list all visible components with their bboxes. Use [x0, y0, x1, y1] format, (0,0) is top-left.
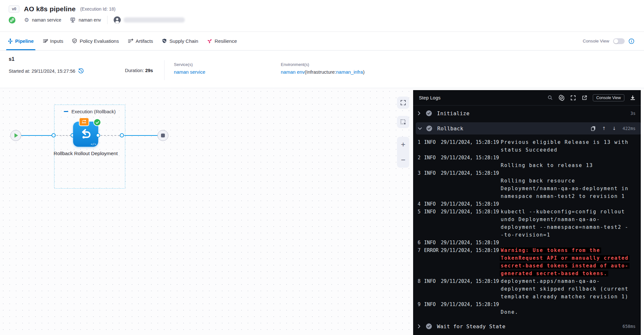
stage-summary-bar: s1 Started at: 29/11/2024, 15:27:56 Dura… — [0, 51, 644, 88]
log-message-line: deployment --namespace=naman-test2 - — [501, 223, 644, 231]
rollback-step-node[interactable]: </> — [73, 122, 98, 147]
step-node-label: Rollback Rollout Deployment — [50, 150, 121, 157]
console-view-label: Console View — [583, 39, 609, 43]
log-entry: 8INFO29/11/2024, 15:28:19deployment.apps… — [413, 277, 644, 301]
header-env-name[interactable]: naman env — [79, 17, 101, 23]
policy-shield-icon — [72, 38, 77, 44]
step-success-badge — [426, 323, 432, 329]
log-message-line — [501, 154, 644, 162]
copy-logs-icon[interactable] — [591, 126, 596, 131]
infrastructure-link[interactable]: naman_infra — [336, 69, 363, 75]
tab-label: Supply Chain — [169, 38, 198, 44]
console-view-toggle[interactable] — [613, 38, 625, 44]
environment-icon — [70, 17, 76, 23]
chevron-right-icon — [418, 324, 423, 329]
page-header: v0 AO k8s pipeline (Execution Id: 18) ⚙ … — [0, 0, 644, 32]
service-link[interactable]: naman service — [174, 69, 205, 75]
info-icon[interactable] — [629, 38, 634, 44]
log-message-line: deployment skipped rollback (current — [501, 285, 644, 293]
version-badge: v0 — [9, 5, 19, 13]
connector-dot — [96, 133, 100, 137]
log-message-line: kubectl --kubeconfig=config rollout — [501, 208, 644, 216]
log-message-line — [501, 239, 644, 247]
marquee-select-button[interactable] — [397, 116, 409, 128]
tab-inputs[interactable]: Inputs — [43, 32, 63, 50]
fit-to-screen-button[interactable] — [397, 97, 409, 109]
header-service-name[interactable]: naman service — [32, 17, 61, 23]
pipeline-end-node — [157, 130, 168, 141]
log-message-line — [501, 301, 644, 308]
fullscreen-icon[interactable] — [570, 95, 576, 101]
log-message-line — [501, 200, 644, 208]
step-name: Initialize — [437, 110, 469, 116]
stage-name: s1 — [9, 56, 14, 62]
tab-policy-evaluations[interactable]: Policy Evaluations — [72, 32, 119, 50]
marquee-icon — [400, 119, 406, 125]
edge-dashed-left — [56, 135, 71, 136]
open-in-new-icon[interactable] — [582, 95, 587, 101]
tab-supply-chain[interactable]: Supply Chain — [162, 32, 198, 50]
execution-main: Execution (Rollback) </> — [0, 88, 644, 335]
log-message-line: secret-based tokens instead of auto- — [501, 262, 644, 270]
log-message-line: undo Deployment/naman-qa-ao- — [501, 216, 644, 223]
environment-link[interactable]: naman env — [281, 69, 305, 75]
log-message-line: Rolling back resource — [501, 177, 644, 185]
log-message-line: template already matches revision 1) — [501, 293, 644, 301]
edge-end — [124, 135, 157, 136]
log-message-line: -to-revision=1 — [501, 231, 644, 239]
tab-pipeline[interactable]: Pipeline — [8, 32, 34, 50]
execution-history-icon[interactable] — [78, 68, 84, 74]
step-success-badge — [426, 126, 432, 131]
log-step-wait-steady-state[interactable]: Wait for Steady State 658ms — [413, 319, 644, 334]
tab-label: Pipeline — [15, 38, 34, 44]
supply-chain-shield-icon — [162, 38, 167, 44]
play-icon — [14, 133, 18, 138]
execution-tabbar: Pipeline Inputs Policy Evaluations — [0, 32, 644, 51]
log-message-line: Done. — [501, 308, 644, 316]
infra-prefix: (Infrastructure: — [305, 69, 336, 75]
log-message-line: generated secret-based tokens. — [501, 270, 644, 277]
scroll-down-icon[interactable]: ↓ — [612, 126, 616, 131]
zoom-out-button[interactable]: − — [401, 156, 405, 164]
redacted-text — [124, 17, 185, 23]
tab-label: Inputs — [50, 38, 63, 44]
step-duration: 658ms — [622, 324, 636, 329]
log-entry: 5INFO29/11/2024, 15:28:19kubectl --kubec… — [413, 208, 644, 239]
code-glyph: </> — [91, 142, 96, 146]
log-step-initialize[interactable]: Initialize 3s — [413, 106, 644, 121]
log-lines: 1INFO29/11/2024, 15:28:19Previous eligib… — [413, 135, 644, 316]
log-message-line: Warning: Use tokens from the — [501, 247, 644, 254]
log-message-line: Deployment/naman-qa-ao-deployment in — [501, 185, 644, 192]
tab-resilience[interactable]: Resilience — [207, 32, 237, 50]
pipeline-icon — [8, 38, 13, 44]
cd-module-icon — [9, 17, 15, 23]
console-view-button[interactable]: Console View — [593, 94, 624, 101]
scroll-up-icon[interactable]: ↑ — [602, 126, 606, 131]
pipeline-title: AO k8s pipeline — [24, 5, 76, 13]
download-logs-icon[interactable] — [630, 95, 636, 101]
log-message-line — [501, 169, 644, 177]
log-entry: 9INFO29/11/2024, 15:28:19 Done. — [413, 301, 644, 316]
step-logs-title: Step Logs — [419, 95, 440, 100]
connector-dot — [120, 133, 124, 137]
pipeline-start-node — [10, 130, 21, 141]
tab-artifacts[interactable]: Artifacts — [128, 32, 153, 50]
step-logs-panel: Step Logs Console View — [413, 90, 644, 335]
log-settings-gear-icon[interactable] — [558, 95, 565, 101]
log-message-line: deployment.apps/naman-qa-ao- — [501, 277, 644, 285]
environments-label: Environment(s) — [281, 62, 365, 67]
log-message-line: namespace naman-test2 to revision 1 — [501, 192, 644, 200]
search-icon[interactable] — [547, 95, 553, 100]
stop-icon — [161, 134, 165, 137]
collapse-group-icon[interactable] — [64, 111, 68, 112]
rollback-arrow-icon — [78, 127, 93, 142]
tab-label: Artifacts — [136, 38, 153, 44]
log-entry: 1INFO29/11/2024, 15:28:19Previous eligib… — [413, 138, 644, 154]
service-gear-icon: ⚙ — [24, 17, 29, 23]
log-entry: 3INFO29/11/2024, 15:28:19 Rolling back r… — [413, 169, 644, 200]
step-success-badge — [426, 110, 432, 116]
log-step-rollback[interactable]: Rollback ↑ ↓ 422ms — [416, 122, 641, 135]
expand-icon — [400, 99, 406, 106]
step-name: Rollback — [437, 126, 463, 132]
zoom-in-button[interactable]: + — [401, 141, 405, 148]
